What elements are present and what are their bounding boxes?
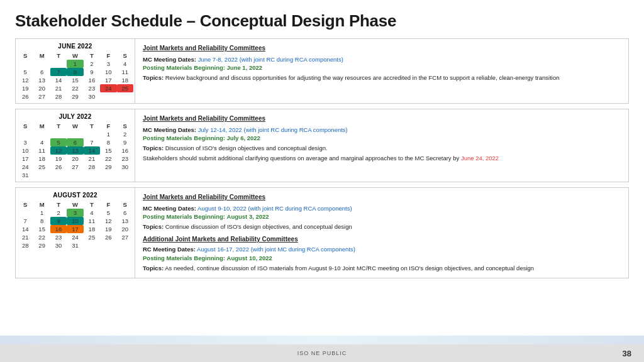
page-title: Stakeholder Schedule – Conceptual Design…	[15, 11, 629, 31]
june-topics: Topics: Review background and discuss op…	[143, 74, 621, 82]
august-topics-text: Continue discussion of ISO's design obje…	[165, 223, 352, 230]
june-posting: Posting Materials Beginning: June 1, 202…	[143, 63, 621, 72]
august-topics2: Topics: As needed, continue discussion o…	[143, 264, 621, 273]
july-extra: Stakeholders should submit additional cl…	[143, 154, 621, 163]
july-posting: Posting Materials Beginning: July 6, 202…	[143, 134, 621, 143]
june-details: Joint Markets and Reliability Committees…	[135, 39, 628, 103]
june-header: Joint Markets and Reliability Committees	[143, 44, 621, 53]
august-cal-title: AUGUST 2022	[17, 190, 133, 200]
july-posting-date: July 6, 2022	[227, 134, 260, 141]
slide: Stakeholder Schedule – Conceptual Design…	[0, 0, 644, 362]
page-number: 38	[623, 349, 631, 358]
august-header: Joint Markets and Reliability Committees	[143, 193, 621, 202]
june-mc-dates-value: June 7-8, 2022 (with joint RC during RCA…	[198, 56, 343, 63]
footer-bar: ISO NE PUBLIC	[0, 344, 644, 362]
july-block: JULY 2022 SMTWTFS 12 3456789 10111213141…	[15, 109, 629, 182]
june-posting-label: Posting Materials Beginning:	[143, 64, 225, 71]
july-header: Joint Markets and Reliability Committees	[143, 114, 621, 124]
august-rc-dates: RC Meeting Dates: August 16-17, 2022 (wi…	[143, 245, 621, 254]
june-mc-dates: MC Meeting Dates: June 7-8, 2022 (with j…	[143, 55, 621, 64]
august-mc-dates-value: August 9-10, 2022 (with joint RC during …	[197, 205, 352, 212]
july-topics: Topics: Discussion of ISO's design objec…	[143, 144, 621, 153]
june-cal-table: SMTWTFS 1234 567891011 12131415161718 19…	[17, 52, 133, 101]
august-posting-date: August 3, 2022	[227, 213, 269, 220]
august-block: AUGUST 2022 SMTWTFS 123456 78910111213 1…	[15, 187, 629, 278]
june-calendar: JUNE 2022 SMTWTFS 1234 567891011 1213141…	[16, 39, 135, 103]
july-mc-dates: MC Meeting Dates: July 12-14, 2022 (with…	[143, 126, 621, 134]
june-cal-title: JUNE 2022	[17, 41, 133, 52]
july-cal-title: JULY 2022	[17, 112, 133, 122]
july-calendar: JULY 2022 SMTWTFS 12 3456789 10111213141…	[16, 109, 135, 182]
july-details: Joint Markets and Reliability Committees…	[135, 109, 628, 182]
august-topics: Topics: Continue discussion of ISO's des…	[143, 222, 621, 231]
august-posting-label: Posting Materials Beginning:	[143, 213, 225, 220]
august-rc-dates-value: August 16-17, 2022 (with joint MC during…	[197, 246, 355, 253]
july-cal-table: SMTWTFS 12 3456789 10111213141516 171819…	[17, 122, 133, 179]
footer-center-text: ISO NE PUBLIC	[297, 350, 347, 356]
august-topics-text2: As needed, continue discussion of ISO ma…	[165, 265, 534, 272]
august-mc-dates: MC Meeting Dates: August 9-10, 2022 (wit…	[143, 204, 621, 213]
august-calendar: AUGUST 2022 SMTWTFS 123456 78910111213 1…	[16, 188, 135, 278]
august-posting2: Posting Materials Beginning: August 10, …	[143, 254, 621, 263]
content-area: JUNE 2022 SMTWTFS 1234 567891011 1213141…	[15, 38, 629, 278]
june-posting-date: June 1, 2022	[227, 64, 263, 71]
august-posting: Posting Materials Beginning: August 3, 2…	[143, 212, 621, 221]
july-mc-dates-value: July 12-14, 2022 (with joint RC during R…	[198, 126, 348, 133]
july-extra-date: June 24, 2022	[461, 155, 499, 162]
august-posting-label2: Posting Materials Beginning:	[143, 255, 225, 261]
june-topics-text: Review background and discuss opportunit…	[165, 74, 560, 81]
july-extra-text: Stakeholders should submit additional cl…	[143, 155, 459, 162]
footer-decoration	[0, 336, 644, 344]
june-block: JUNE 2022 SMTWTFS 1234 567891011 1213141…	[15, 38, 629, 104]
august-posting-date2: August 10, 2022	[227, 255, 272, 261]
august-details: Joint Markets and Reliability Committees…	[135, 188, 628, 278]
july-posting-label: Posting Materials Beginning:	[143, 134, 225, 141]
july-topics-text: Discussion of ISO's design objectives an…	[165, 145, 328, 151]
august-cal-table: SMTWTFS 123456 78910111213 1415161718192…	[17, 200, 133, 250]
august-additional-header: Additional Joint Markets and Reliability…	[143, 235, 621, 244]
